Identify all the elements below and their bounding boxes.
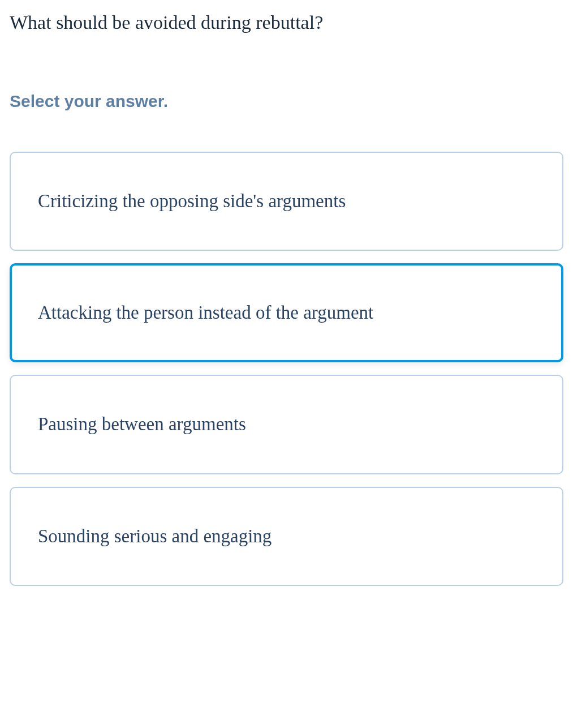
answer-option-3[interactable]: Sounding serious and engaging [10,487,563,586]
answer-option-2[interactable]: Pausing between arguments [10,375,563,474]
answer-option-1[interactable]: Attacking the person instead of the argu… [10,263,563,362]
instruction-text: Select your answer. [10,92,563,111]
options-container: Criticizing the opposing side's argument… [10,152,563,586]
option-text: Pausing between arguments [38,410,535,439]
question-text: What should be avoided during rebuttal? [10,10,563,35]
option-text: Attacking the person instead of the argu… [38,298,535,327]
option-text: Sounding serious and engaging [38,522,535,551]
option-text: Criticizing the opposing side's argument… [38,187,535,216]
answer-option-0[interactable]: Criticizing the opposing side's argument… [10,152,563,251]
